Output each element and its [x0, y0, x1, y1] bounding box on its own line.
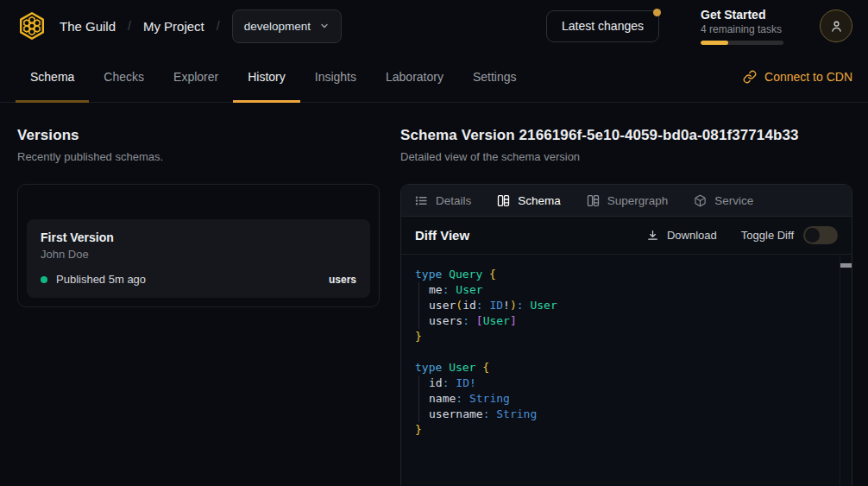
detail-tab-label: Details: [436, 194, 471, 207]
service-badge: users: [329, 274, 356, 286]
detail-tab-label: Supergraph: [607, 194, 669, 207]
version-status: Published 5m ago: [56, 273, 146, 286]
diff-view-title: Diff View: [415, 228, 469, 243]
download-button[interactable]: Download: [646, 229, 717, 242]
code-line: [415, 344, 834, 360]
detail-tab-details[interactable]: Details: [415, 194, 471, 207]
schema-version-title: Schema Version 2166196f-5e10-4059-bd0a-0…: [400, 127, 852, 144]
version-author: John Doe: [41, 248, 356, 261]
code-viewer[interactable]: type Query {me: Useruser(id: ID!): Useru…: [401, 255, 852, 486]
code-line: me: User: [415, 282, 834, 298]
version-card[interactable]: First Version John Doe Published 5m ago …: [27, 219, 370, 298]
detail-tab-service[interactable]: Service: [694, 194, 753, 207]
published-status-dot: [41, 276, 47, 283]
detail-tabs: DetailsSchemaSupergraphService: [401, 185, 852, 217]
versions-list: First Version John Doe Published 5m ago …: [17, 184, 380, 307]
hive-logo-icon[interactable]: [16, 9, 48, 42]
diff-toolbar: Diff View Download Toggle Diff: [401, 217, 852, 255]
nav-tab-history[interactable]: History: [233, 52, 300, 102]
get-started-title: Get Started: [701, 8, 783, 22]
toggle-diff-switch[interactable]: [803, 226, 838, 244]
indent-guide: [418, 313, 429, 329]
code-line: id: ID!: [415, 376, 834, 391]
breadcrumb-separator: /: [217, 19, 220, 33]
target-selector-value: development: [244, 20, 311, 33]
detail-tab-label: Schema: [518, 194, 561, 207]
schema-version-section: Schema Version 2166196f-5e10-4059-bd0a-0…: [400, 127, 852, 486]
breadcrumb-project[interactable]: My Project: [143, 19, 204, 34]
indent-guide: [418, 391, 429, 407]
nav-tab-checks[interactable]: Checks: [89, 52, 159, 102]
schema-version-panel: DetailsSchemaSupergraphService Diff View…: [400, 184, 852, 486]
connect-cdn-label: Connect to CDN: [764, 70, 852, 84]
nav-tab-explorer[interactable]: Explorer: [159, 52, 233, 102]
app-root: The Guild / My Project / development Lat…: [0, 0, 868, 486]
code-line: name: String: [415, 391, 834, 407]
columns-icon: [497, 194, 510, 207]
user-avatar[interactable]: [820, 9, 852, 42]
latest-changes-button[interactable]: Latest changes: [546, 10, 659, 42]
breadcrumb: The Guild / My Project / development: [60, 9, 342, 43]
versions-section: Versions Recently published schemas. Fir…: [17, 127, 380, 486]
versions-subtitle: Recently published schemas.: [17, 150, 380, 163]
vertical-scrollbar[interactable]: [840, 255, 852, 486]
get-started-progressbar: [701, 41, 783, 45]
detail-tab-label: Service: [714, 194, 753, 207]
nav-tab-insights[interactable]: Insights: [300, 52, 371, 102]
header: The Guild / My Project / development Lat…: [0, 0, 868, 52]
code-line: }: [415, 422, 834, 438]
code-line: }: [415, 329, 834, 344]
scrollbar-thumb[interactable]: [840, 263, 852, 268]
get-started-subtitle: 4 remaining tasks: [701, 23, 783, 35]
link-icon: [743, 70, 757, 84]
list-icon: [415, 194, 428, 207]
code-line: users: [User]: [415, 313, 834, 329]
code-line: type User {: [415, 360, 834, 376]
notification-dot: [653, 9, 661, 16]
schema-version-subtitle: Detailed view of the schema version: [400, 150, 852, 163]
nav-tab-settings[interactable]: Settings: [458, 52, 531, 102]
switch-knob: [805, 228, 820, 243]
target-selector[interactable]: development: [232, 9, 342, 43]
nav-tab-laboratory[interactable]: Laboratory: [371, 52, 458, 102]
code-line: user(id: ID!): User: [415, 298, 834, 313]
versions-title: Versions: [17, 127, 380, 144]
nav-tab-schema[interactable]: Schema: [16, 52, 89, 102]
code-content: type Query {me: Useruser(id: ID!): Useru…: [415, 267, 834, 438]
detail-tab-schema[interactable]: Schema: [497, 194, 561, 207]
download-icon: [646, 229, 659, 242]
download-label: Download: [667, 229, 717, 242]
main-content: Versions Recently published schemas. Fir…: [0, 103, 868, 486]
indent-guide: [418, 376, 429, 391]
indent-guide: [418, 407, 429, 422]
indent-guide: [418, 282, 429, 298]
chevron-down-icon: [319, 21, 330, 31]
code-line: username: String: [415, 407, 834, 422]
cube-icon: [694, 194, 707, 207]
columns-icon: [587, 194, 600, 207]
get-started-widget[interactable]: Get Started 4 remaining tasks: [701, 8, 783, 45]
progress-fill: [701, 41, 728, 45]
nav-tabs: SchemaChecksExplorerHistoryInsightsLabor…: [16, 52, 531, 102]
detail-tab-supergraph[interactable]: Supergraph: [587, 194, 669, 207]
version-meta: Published 5m ago users: [41, 273, 356, 286]
latest-changes-label: Latest changes: [562, 19, 644, 33]
breadcrumb-separator: /: [128, 19, 131, 33]
code-line: type Query {: [415, 267, 834, 282]
person-icon: [829, 19, 844, 34]
main-nav: SchemaChecksExplorerHistoryInsightsLabor…: [0, 52, 868, 103]
version-name: First Version: [41, 230, 356, 244]
indent-guide: [418, 298, 429, 313]
breadcrumb-org[interactable]: The Guild: [60, 19, 116, 34]
connect-cdn-link[interactable]: Connect to CDN: [743, 52, 852, 102]
toggle-diff-label: Toggle Diff: [741, 229, 794, 242]
